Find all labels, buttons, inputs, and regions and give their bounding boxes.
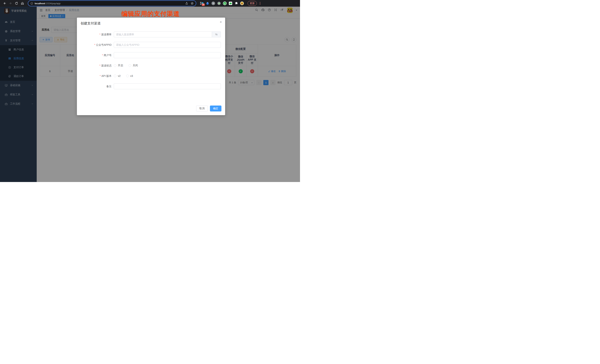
url-host: localhost [35, 2, 45, 5]
radio-api-v2[interactable]: v2 [114, 74, 121, 77]
extension-y-icon[interactable]: y [223, 1, 227, 5]
browser-update-button[interactable]: 更新 [248, 1, 257, 6]
share-icon[interactable] [185, 2, 188, 5]
url-path: :1024/pay/app [45, 2, 60, 5]
browser-menu-icon[interactable] [259, 2, 262, 5]
radio-circle-icon [114, 75, 116, 77]
required-asterisk: * [100, 74, 101, 77]
cancel-button[interactable]: 取消 [196, 106, 208, 111]
extension-command-icon[interactable]: ⌘ [211, 1, 215, 5]
extension-balloon-icon[interactable] [206, 1, 209, 5]
browser-chrome: localhost:1024/pay/app 10 ⌘ y 更新 [0, 0, 300, 7]
annotation-text: 编辑应用的支付渠道 [121, 10, 180, 18]
dialog-close-icon[interactable]: × [220, 20, 222, 24]
form-row-appid: *公众号APPID [88, 42, 221, 48]
browser-reload-icon[interactable] [15, 2, 18, 5]
radio-api-v3[interactable]: v3 [126, 74, 133, 77]
percent-suffix: % [212, 31, 221, 37]
merchant-id-input[interactable] [114, 52, 221, 58]
browser-back-icon[interactable] [3, 2, 6, 5]
required-asterisk: * [100, 33, 100, 36]
site-info-icon[interactable] [30, 2, 33, 5]
dialog-title: 创建支付渠道 [77, 18, 225, 26]
required-asterisk: * [100, 64, 100, 67]
radio-circle-icon [129, 64, 131, 67]
form-row-api-version: *API 版本 v2 v3 [88, 73, 221, 79]
extension-puzzle-icon[interactable] [234, 1, 238, 5]
form-row-channel-status: *渠道状态 开启 关闭 [88, 63, 221, 69]
create-channel-dialog: 创建支付渠道 × *渠道费率 % *公众号APPID *商户号 *渠道状态 [77, 18, 225, 115]
extension-chat-icon[interactable] [229, 1, 232, 5]
required-asterisk: * [94, 43, 95, 46]
official-account-appid-input[interactable] [114, 42, 221, 48]
radio-circle-icon [114, 64, 116, 67]
profile-emoji-icon[interactable] [240, 1, 244, 5]
url-bar[interactable]: localhost:1024/pay/app [28, 1, 196, 6]
browser-home-icon[interactable] [21, 2, 24, 5]
radio-status-enabled[interactable]: 开启 [114, 64, 123, 67]
radio-circle-icon [126, 75, 129, 77]
browser-forward-icon[interactable] [9, 2, 12, 5]
confirm-button[interactable]: 确定 [210, 106, 221, 111]
channel-rate-input[interactable] [114, 31, 212, 37]
bookmark-star-icon[interactable] [191, 2, 194, 5]
extension-badge: 10 [202, 3, 205, 6]
form-row-channel-rate: *渠道费率 % [88, 31, 221, 37]
extension-grid-icon[interactable]: 10 [200, 1, 204, 5]
required-asterisk: * [102, 54, 103, 57]
radio-status-disabled[interactable]: 关闭 [129, 64, 138, 67]
form-row-remark: 备注 [88, 83, 221, 89]
extension-record-icon[interactable] [217, 1, 221, 5]
form-row-merchant-id: *商户号 [88, 52, 221, 58]
remark-input[interactable] [114, 83, 221, 89]
